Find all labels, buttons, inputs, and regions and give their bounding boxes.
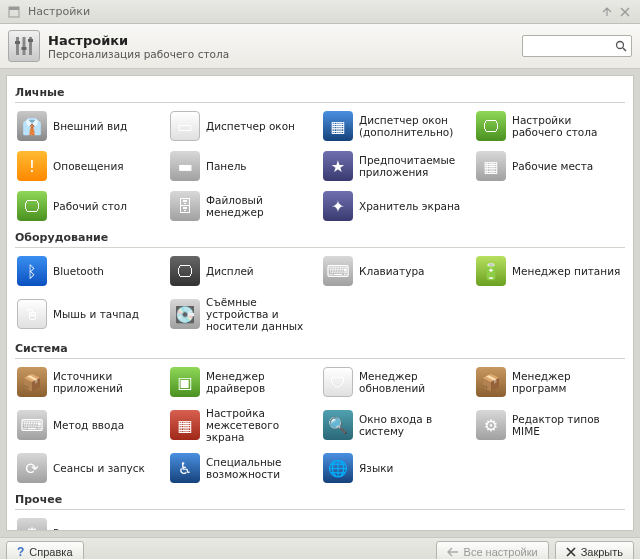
settings-item-label: Метод ввода [53, 419, 124, 431]
settings-item-update-manager[interactable]: 🛡Менеджер обновлений [321, 363, 472, 401]
settings-item-driver-manager[interactable]: ▣Менеджер драйверов [168, 363, 319, 401]
settings-item-label: Мышь и тачпад [53, 308, 139, 320]
header: Настройки Персонализация рабочего стола [0, 24, 640, 69]
settings-item-wm[interactable]: ▭Диспетчер окон [168, 107, 319, 145]
settings-item-label: Панель [206, 160, 247, 172]
settings-item-settings-editor[interactable]: ⚙Редактор настроек [15, 514, 166, 531]
windows-icon: ▭ [170, 111, 200, 141]
settings-item-wm-tweaks[interactable]: ▦Диспетчер окон (дополнительно) [321, 107, 472, 145]
settings-item-label: Bluetooth [53, 265, 104, 277]
settings-item-bluetooth[interactable]: ᛒBluetooth [15, 252, 166, 290]
window-menu-icon[interactable] [6, 4, 22, 20]
settings-item-label: Менеджер программ [512, 370, 623, 394]
bluetooth-icon: ᛒ [17, 256, 47, 286]
svg-point-8 [617, 42, 624, 49]
settings-item-mouse[interactable]: 🖱Мышь и тачпад [15, 292, 166, 336]
settings-item-label: Языки [359, 462, 393, 474]
settings-item-accessibility[interactable]: ♿Специальные возможности [168, 449, 319, 487]
settings-item-label: Диспетчер окон (дополнительно) [359, 114, 470, 138]
settings-item-label: Внешний вид [53, 120, 127, 132]
help-label: Справка [29, 546, 72, 558]
suit-icon: 👔 [17, 111, 47, 141]
svg-line-9 [623, 48, 626, 51]
close-x-icon [566, 547, 576, 557]
svg-rect-7 [28, 39, 33, 42]
settings-item-label: Рабочий стол [53, 200, 127, 212]
package-icon: 📦 [476, 367, 506, 397]
close-icon[interactable] [616, 4, 634, 20]
settings-item-label: Диспетчер окон [206, 120, 295, 132]
settings-item-label: Дисплей [206, 265, 254, 277]
settings-item-software-sources[interactable]: 📦Источники приложений [15, 363, 166, 401]
settings-item-keyboard[interactable]: ⌨Клавиатура [321, 252, 472, 290]
section-grid: ⚙Редактор настроек [15, 514, 625, 531]
settings-item-label: Рабочие места [512, 160, 593, 172]
svg-rect-3 [15, 41, 20, 44]
notification-icon: ! [17, 151, 47, 181]
box-icon: 📦 [17, 367, 47, 397]
maximize-icon[interactable] [598, 4, 616, 20]
search-input[interactable] [522, 35, 632, 57]
titlebar: Настройки [0, 0, 640, 24]
settings-item-software-manager[interactable]: 📦Менеджер программ [474, 363, 625, 401]
power-icon: 🔋 [476, 256, 506, 286]
settings-item-preferred-apps[interactable]: ★Предпочитаемые приложения [321, 147, 472, 185]
help-button[interactable]: ? Справка [6, 541, 84, 560]
settings-item-label: Настройка межсетевого экрана [206, 407, 317, 443]
accessibility-icon: ♿ [170, 453, 200, 483]
settings-item-input-method[interactable]: ⌨Метод ввода [15, 403, 166, 447]
svg-rect-4 [23, 37, 26, 55]
shield-icon: 🛡 [323, 367, 353, 397]
settings-item-desktop-settings[interactable]: 🖵Настройки рабочего стола [474, 107, 625, 145]
mouse-icon: 🖱 [17, 299, 47, 329]
settings-item-removable[interactable]: 💽Съёмные устройства и носители данных [168, 292, 319, 336]
settings-item-label: Настройки рабочего стола [512, 114, 623, 138]
settings-item-label: Менеджер питания [512, 265, 620, 277]
display-icon: 🖵 [170, 256, 200, 286]
desktop-icon: 🖵 [17, 191, 47, 221]
help-icon: ? [17, 545, 24, 559]
all-settings-button[interactable]: Все настройки [436, 541, 549, 560]
settings-item-label: Сеансы и запуск [53, 462, 145, 474]
search-field[interactable] [527, 40, 615, 52]
window-title: Настройки [28, 5, 90, 18]
session-icon: ⟳ [17, 453, 47, 483]
workspaces-icon: ▦ [476, 151, 506, 181]
desktop-settings-icon: 🖵 [476, 111, 506, 141]
settings-item-workspaces[interactable]: ▦Рабочие места [474, 147, 625, 185]
section-title: Прочее [15, 487, 625, 510]
close-button[interactable]: Закрыть [555, 541, 634, 560]
settings-item-label: Оповещения [53, 160, 124, 172]
settings-item-label: Хранитель экрана [359, 200, 460, 212]
settings-item-label: Съёмные устройства и носители данных [206, 296, 317, 332]
settings-item-screensaver[interactable]: ✦Хранитель экрана [321, 187, 472, 225]
footer: ? Справка Все настройки Закрыть [0, 537, 640, 559]
gear-grid-icon: ⚙ [17, 518, 47, 531]
settings-item-panel[interactable]: ▬Панель [168, 147, 319, 185]
page-subtitle: Персонализация рабочего стола [48, 48, 522, 60]
settings-item-file-manager[interactable]: 🗄Файловый менеджер [168, 187, 319, 225]
settings-item-power[interactable]: 🔋Менеджер питания [474, 252, 625, 290]
settings-item-label: Специальные возможности [206, 456, 317, 480]
settings-item-languages[interactable]: 🌐Языки [321, 449, 472, 487]
settings-item-desktop[interactable]: 🖵Рабочий стол [15, 187, 166, 225]
input-icon: ⌨ [17, 410, 47, 440]
svg-rect-1 [9, 7, 19, 10]
settings-item-firewall[interactable]: ▦Настройка межсетевого экрана [168, 403, 319, 447]
settings-app-icon [8, 30, 40, 62]
settings-item-notifications[interactable]: !Оповещения [15, 147, 166, 185]
section-title: Система [15, 336, 625, 359]
languages-icon: 🌐 [323, 453, 353, 483]
section-title: Личные [15, 80, 625, 103]
settings-item-label: Клавиатура [359, 265, 424, 277]
settings-item-appearance[interactable]: 👔Внешний вид [15, 107, 166, 145]
settings-item-sessions[interactable]: ⟳Сеансы и запуск [15, 449, 166, 487]
mime-icon: ⚙ [476, 410, 506, 440]
all-settings-label: Все настройки [464, 546, 538, 558]
settings-item-label: Предпочитаемые приложения [359, 154, 470, 178]
content-area: Личные👔Внешний вид▭Диспетчер окон▦Диспет… [6, 75, 634, 531]
settings-item-login-window[interactable]: 🔍Окно входа в систему [321, 403, 472, 447]
svg-rect-5 [22, 47, 27, 50]
settings-item-mime[interactable]: ⚙Редактор типов MIME [474, 403, 625, 447]
settings-item-display[interactable]: 🖵Дисплей [168, 252, 319, 290]
